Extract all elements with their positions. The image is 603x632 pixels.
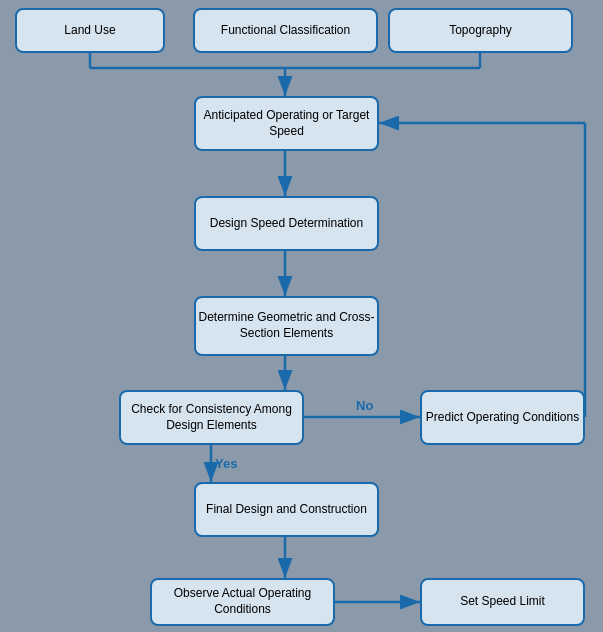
functional-class-box: Functional Classification [193,8,378,53]
svg-text:Yes: Yes [215,456,237,471]
check-consistency-box: Check for Consistency Among Design Eleme… [119,390,304,445]
land-use-box: Land Use [15,8,165,53]
topography-box: Topography [388,8,573,53]
design-speed-box: Design Speed Determination [194,196,379,251]
final-design-box: Final Design and Construction [194,482,379,537]
geometric-box: Determine Geometric and Cross-Section El… [194,296,379,356]
observe-box: Observe Actual Operating Conditions [150,578,335,626]
flowchart: Land Use Functional Classification Topog… [0,0,603,632]
anticipated-box: Anticipated Operating or Target Speed [194,96,379,151]
set-speed-box: Set Speed Limit [420,578,585,626]
predict-box: Predict Operating Conditions [420,390,585,445]
svg-text:No: No [356,398,373,413]
